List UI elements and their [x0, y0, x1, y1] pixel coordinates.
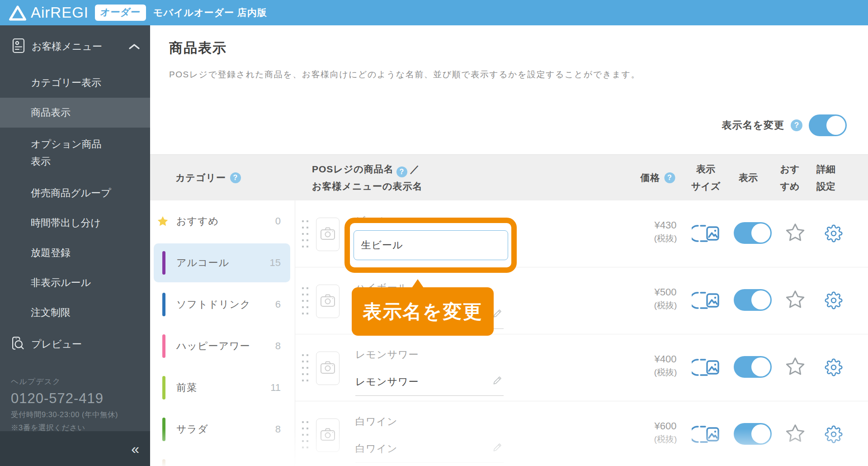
- chevron-up-icon: [128, 43, 140, 50]
- category-color-bar: [162, 334, 165, 358]
- category-name: アルコール: [176, 256, 229, 270]
- help-question-icon[interactable]: ?: [791, 119, 802, 131]
- price-value: ¥600: [638, 419, 693, 433]
- rename-tooltip-text: 表示名を変更: [363, 299, 483, 324]
- photo-placeholder[interactable]: [316, 418, 340, 452]
- detail-settings-gear-icon[interactable]: [825, 425, 843, 443]
- sidebar-item-label: 併売商品グループ: [31, 185, 111, 202]
- drag-handle-icon[interactable]: [302, 287, 308, 314]
- edit-pencil-icon[interactable]: [492, 441, 504, 453]
- drag-handle-icon[interactable]: [302, 354, 308, 381]
- display-name-field[interactable]: 白ワイン: [355, 442, 504, 463]
- sidebar-item-preview[interactable]: プレビュー: [0, 328, 150, 361]
- display-size-icon[interactable]: [692, 223, 720, 243]
- drag-handle-icon[interactable]: [302, 421, 308, 448]
- sidebar-item[interactable]: カテゴリー表示: [0, 68, 150, 98]
- visibility-toggle[interactable]: [734, 222, 772, 244]
- column-header-visible: 表示: [739, 155, 758, 201]
- sidebar-items: カテゴリー表示 商品表示 オプション商品 表示 併売商品グループ 時間帯出し分け…: [0, 68, 150, 328]
- column-header-product-name: POSレジの商品名?／ お客様メニューの表示名: [312, 161, 422, 195]
- edit-pencil-icon[interactable]: [492, 374, 504, 386]
- display-name-input[interactable]: [354, 230, 508, 260]
- app-window: AirREGI オーダー モバイルオーダー 店内版 お客様メニュー カテゴリー表…: [0, 0, 868, 466]
- sidebar-item[interactable]: 商品表示: [0, 98, 150, 128]
- topbar: AirREGI オーダー モバイルオーダー 店内版: [0, 0, 868, 25]
- category-item[interactable]: アルコール 15: [150, 242, 295, 284]
- sidebar-item[interactable]: 放題登録: [0, 238, 150, 268]
- category-item[interactable]: ソフトドリンク 6: [150, 284, 295, 325]
- sidebar-collapse-bar: «: [0, 431, 150, 466]
- sidebar-item[interactable]: オプション商品 表示: [0, 128, 150, 178]
- category-item[interactable]: サラダ 8: [150, 409, 295, 450]
- camera-icon: [320, 426, 336, 444]
- sidebar-section-customer-menu[interactable]: お客様メニュー: [0, 25, 150, 68]
- help-question-icon[interactable]: ?: [230, 172, 241, 183]
- rename-tooltip: 表示名を変更: [352, 287, 494, 336]
- camera-icon: [320, 359, 336, 377]
- toggle-knob: [751, 290, 770, 309]
- category-item[interactable]: 前菜 11: [150, 367, 295, 409]
- category-item[interactable]: ハッピーアワー 8: [150, 325, 295, 367]
- sidebar-item[interactable]: 併売商品グループ: [0, 178, 150, 208]
- brand-wordmark: AirREGI: [31, 4, 89, 21]
- helpdesk-heading: ヘルプデスク: [11, 376, 118, 387]
- rename-toggle-row: 表示名を変更 ?: [722, 114, 847, 136]
- column-header-detail-settings: 詳細設定: [816, 161, 835, 195]
- sidebar-item-label: 注文制限: [31, 304, 71, 321]
- category-list: おすすめ 0 アルコール 15 ソフトドリンク 6 ハッピーアワー 8 前菜 1…: [150, 200, 295, 466]
- sidebar-item[interactable]: 時間帯出し分け: [0, 208, 150, 238]
- category-count: 6: [275, 299, 281, 310]
- category-name: サラダ: [176, 423, 208, 436]
- display-name-field[interactable]: レモンサワー: [355, 375, 504, 396]
- rename-toggle-label: 表示名を変更: [722, 119, 784, 132]
- detail-settings-gear-icon[interactable]: [825, 291, 843, 309]
- visibility-toggle[interactable]: [734, 356, 772, 378]
- recommend-star-icon[interactable]: [784, 422, 807, 445]
- price-value: ¥400: [638, 352, 693, 366]
- photo-placeholder[interactable]: [316, 218, 340, 251]
- price: ¥400 (税抜): [638, 352, 693, 378]
- category-name: 前菜: [176, 381, 197, 395]
- toggle-knob: [826, 116, 845, 135]
- category-item[interactable]: おすすめ 0: [150, 200, 295, 242]
- column-header-price: 価格?: [641, 155, 675, 200]
- help-question-icon[interactable]: ?: [396, 166, 407, 177]
- sidebar-item[interactable]: 非表示ルール: [0, 268, 150, 298]
- photo-placeholder[interactable]: [316, 285, 340, 318]
- tax-note: (税抜): [638, 232, 693, 244]
- detail-settings-gear-icon[interactable]: [825, 358, 843, 376]
- price: ¥500 (税抜): [638, 285, 693, 311]
- collapse-sidebar-button[interactable]: «: [131, 442, 138, 456]
- category-color-bar: [162, 376, 165, 399]
- photo-placeholder[interactable]: [316, 352, 340, 385]
- pos-product-name: 白ワイン: [355, 415, 398, 428]
- sidebar-item-label: 非表示ルール: [31, 274, 91, 291]
- drag-handle-icon[interactable]: [302, 220, 308, 247]
- sidebar-item-label: 放題登録: [31, 244, 71, 262]
- sidebar-preview-label: プレビュー: [31, 338, 82, 351]
- price: ¥430 (税抜): [638, 219, 693, 244]
- column-header-display-size: 表示サイズ: [691, 161, 720, 195]
- detail-settings-gear-icon[interactable]: [825, 224, 843, 243]
- recommend-star-icon[interactable]: [784, 221, 807, 244]
- visibility-toggle[interactable]: [734, 289, 772, 311]
- help-question-icon[interactable]: ?: [665, 172, 675, 183]
- product-row: 白ワイン 白ワイン ¥600 (税抜): [295, 401, 868, 466]
- pos-product-name: レモンサワー: [355, 348, 419, 361]
- display-size-icon[interactable]: [692, 424, 720, 444]
- preview-phone-search-icon: [10, 335, 26, 353]
- category-color-bar: [162, 293, 165, 316]
- highlight-box: [344, 218, 517, 273]
- sidebar-item[interactable]: 注文制限: [0, 298, 150, 328]
- price: ¥600 (税抜): [638, 419, 693, 445]
- sidebar-section-label: お客様メニュー: [32, 40, 102, 53]
- visibility-toggle[interactable]: [734, 423, 772, 445]
- column-header-category: カテゴリー?: [175, 155, 241, 200]
- category-item[interactable]: [150, 450, 295, 466]
- display-size-icon[interactable]: [692, 357, 720, 377]
- recommend-star-icon[interactable]: [784, 355, 807, 378]
- rename-toggle[interactable]: [809, 114, 847, 136]
- recommend-star-icon[interactable]: [784, 288, 807, 311]
- display-size-icon[interactable]: [692, 290, 720, 310]
- tax-note: (税抜): [638, 299, 693, 311]
